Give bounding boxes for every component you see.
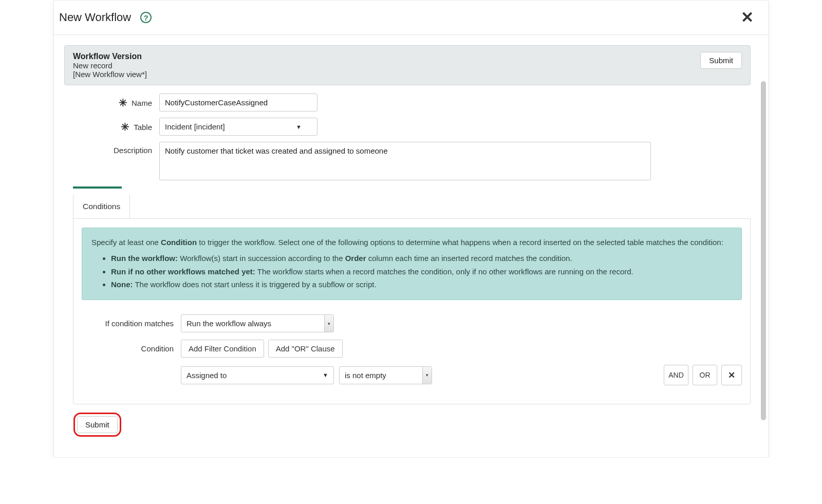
chevron-down-icon: ▼: [296, 124, 302, 130]
scrollbar-thumb[interactable]: [761, 81, 766, 420]
or-button[interactable]: OR: [693, 365, 717, 385]
modal-title: New Workflow: [59, 11, 131, 24]
tab-bar: Conditions: [73, 195, 751, 219]
chevron-down-icon: ▾: [422, 367, 432, 384]
tab-conditions[interactable]: Conditions: [73, 195, 130, 218]
chevron-down-icon: ▼: [323, 372, 328, 378]
condition-label: Condition: [82, 344, 181, 353]
info-item-run: Run the workflow: Workflow(s) start in s…: [111, 252, 732, 264]
conditions-info-box: Specify at least one Condition to trigge…: [82, 228, 742, 300]
table-select[interactable]: Incident [incident] ▼: [159, 118, 317, 136]
description-textarea[interactable]: [159, 142, 651, 180]
record-status: New record: [73, 61, 700, 70]
name-input[interactable]: [159, 94, 317, 111]
submit-button-bottom[interactable]: Submit: [77, 416, 118, 433]
help-icon[interactable]: ?: [140, 12, 152, 23]
record-title: Workflow Version: [73, 52, 700, 61]
vertical-scrollbar[interactable]: [761, 81, 766, 420]
condition-operator-select[interactable]: is not empty ▾: [339, 366, 432, 384]
conditions-panel: Specify at least one Condition to trigge…: [73, 218, 751, 404]
if-condition-matches-select[interactable]: Run the workflow always ▾: [181, 314, 334, 332]
modal-body: Workflow Version New record [New Workflo…: [54, 35, 768, 457]
condition-field-select[interactable]: Assigned to ▼: [181, 366, 334, 384]
record-view: [New Workflow view*]: [73, 70, 700, 79]
new-workflow-modal: New Workflow ? ✕ Workflow Version New re…: [53, 0, 769, 458]
remove-condition-button[interactable]: ✕: [721, 365, 742, 385]
tab-active-indicator: [73, 186, 122, 189]
description-row: Description: [64, 142, 751, 180]
close-icon[interactable]: ✕: [739, 10, 756, 25]
if-condition-matches-label: If condition matches: [82, 319, 181, 328]
table-row: ✳ Table Incident [incident] ▼: [64, 118, 751, 136]
name-row: ✳ Name: [64, 94, 751, 111]
info-item-run-if: Run if no other workflows matched yet: T…: [111, 266, 732, 277]
record-header: Workflow Version New record [New Workflo…: [64, 45, 751, 85]
modal-header: New Workflow ? ✕: [54, 1, 768, 35]
description-label: Description: [114, 146, 152, 155]
table-label: Table: [134, 123, 152, 132]
add-filter-condition-button[interactable]: Add Filter Condition: [181, 340, 264, 358]
submit-highlight: Submit: [73, 413, 121, 437]
chevron-down-icon: ▾: [324, 315, 333, 332]
name-label: Name: [132, 99, 152, 107]
table-select-value: Incident [incident]: [165, 122, 225, 131]
required-icon: ✳: [121, 122, 129, 132]
info-item-none: None: The workflow does not start unless…: [111, 278, 732, 290]
submit-button-top[interactable]: Submit: [700, 52, 742, 69]
and-button[interactable]: AND: [664, 365, 688, 385]
add-or-clause-button[interactable]: Add "OR" Clause: [268, 340, 343, 358]
required-icon: ✳: [119, 98, 127, 108]
